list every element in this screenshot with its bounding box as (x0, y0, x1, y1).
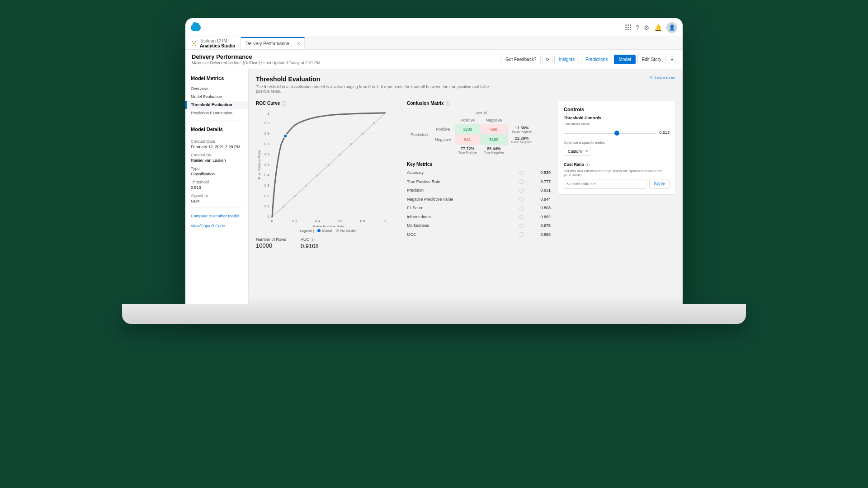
metric-row: Precisioni0.831 (407, 186, 551, 195)
controls-panel: Controls Threshold Controls Threshold Va… (558, 101, 675, 195)
info-icon[interactable]: i (519, 197, 524, 202)
svg-text:0.6: 0.6 (264, 152, 270, 156)
info-icon[interactable]: i (519, 188, 524, 193)
view-r-code-link[interactable]: View/Copy R Code (185, 221, 248, 231)
page-header: Delivery Performance Maximize Delivered … (185, 50, 683, 69)
slider-thumb[interactable] (614, 131, 619, 136)
cost-ratio-input[interactable] (564, 179, 646, 189)
detail-label: Created By (191, 153, 243, 157)
detail-label: Algorithm (191, 193, 243, 198)
cost-ratio-title: Cost Ratio (564, 162, 584, 167)
edit-story-button[interactable]: Edit Story (637, 55, 666, 64)
svg-text:0.2: 0.2 (264, 194, 270, 198)
optimize-label: Optimize a specific metric (564, 141, 670, 145)
info-icon[interactable]: i (519, 224, 524, 228)
cost-ratio-desc: Set this and Einstein can help select th… (564, 169, 670, 177)
page-subtitle: Maximize Delivered on time (OnTime) • La… (192, 61, 321, 65)
sidebar-item-prediction-examination[interactable]: Prediction Examination (185, 109, 248, 117)
info-icon[interactable]: i (311, 238, 315, 242)
refresh-button[interactable]: ⟳ (542, 55, 552, 64)
analytics-icon (191, 40, 197, 47)
app-tab-line2: Analytics Studio (200, 43, 235, 48)
rows-label: Number of Rows (256, 237, 286, 242)
confusion-panel: Confusion Matrixi Actual PositiveNegativ… (407, 101, 551, 249)
auc-value: 0.9108 (301, 243, 319, 249)
svg-point-0 (193, 42, 195, 44)
svg-text:0.4: 0.4 (264, 173, 270, 177)
svg-text:0.9: 0.9 (264, 121, 270, 125)
svg-text:0.8: 0.8 (264, 131, 270, 136)
svg-text:0.6: 0.6 (337, 219, 343, 223)
app-tab-line1: Tableau CRM (200, 38, 235, 43)
close-icon[interactable]: × (297, 41, 300, 46)
info-icon[interactable]: i (519, 232, 524, 237)
tab-delivery-performance[interactable]: Delivery Performance × (241, 37, 305, 49)
roc-legend: Legend | Model No Model (256, 229, 400, 233)
metric-row: Markednessi0.675 (407, 221, 551, 230)
svg-point-32 (305, 185, 307, 187)
svg-point-31 (294, 195, 296, 197)
x-axis-label: False Positive Rate (313, 225, 344, 227)
compare-model-link[interactable]: Compare to another model (185, 211, 248, 221)
threshold-controls-title: Threshold Controls (564, 116, 670, 120)
external-icon: ⇱ (650, 75, 653, 80)
rows-value: 10000 (256, 242, 286, 249)
svg-point-3 (192, 44, 193, 45)
metric-row: MCCi0.668 (407, 230, 551, 239)
svg-text:0.8: 0.8 (360, 219, 365, 223)
svg-point-30 (283, 206, 285, 208)
roc-title: ROC Curve (256, 101, 280, 106)
sidebar-item-threshold-evaluation[interactable]: Threshold Evaluation (185, 101, 248, 109)
cm-title: Confusion Matrix (407, 101, 444, 106)
app-tab-analytics-studio[interactable]: Tableau CRMAnalytics Studio (185, 37, 241, 49)
tab-bar: Tableau CRMAnalytics Studio Delivery Per… (185, 37, 683, 50)
sidebar-item-model-evaluation[interactable]: Model Evaluation (185, 93, 248, 101)
sidebar-item-overview[interactable]: Overview (185, 84, 248, 93)
svg-point-36 (350, 143, 353, 145)
predictions-button[interactable]: Predictions (581, 55, 612, 64)
threshold-value: 0.513 (659, 130, 670, 135)
svg-point-4 (195, 44, 196, 45)
avatar[interactable]: 👤 (666, 22, 677, 33)
info-icon[interactable]: i (446, 101, 450, 106)
key-metrics-title: Key Metrics (407, 162, 551, 167)
optimize-select[interactable]: Custom (564, 147, 590, 156)
detail-value: February 12, 2021 2:20 PM (191, 145, 243, 149)
tab-label: Delivery Performance (245, 41, 289, 46)
cm-tn: 5109 (481, 135, 508, 145)
model-details-title: Model Details (185, 125, 248, 136)
menu-button[interactable]: ▾ (668, 55, 676, 64)
info-icon[interactable]: i (519, 179, 524, 184)
svg-text:0.5: 0.5 (264, 163, 270, 167)
svg-point-35 (339, 154, 341, 156)
apply-button[interactable]: Apply (649, 179, 670, 189)
settings-icon[interactable]: ⚙ (644, 24, 650, 31)
learn-more-link[interactable]: ⇱ Learn more (650, 75, 675, 80)
info-icon[interactable]: i (585, 163, 590, 167)
svg-point-34 (328, 164, 330, 166)
metric-row: Informednessi0.662 (407, 212, 551, 221)
model-button[interactable]: Model (614, 55, 635, 64)
info-icon[interactable]: i (519, 215, 524, 219)
info-icon[interactable]: i (519, 171, 524, 175)
svg-text:1: 1 (268, 112, 270, 116)
svg-text:0.7: 0.7 (264, 142, 270, 146)
feedback-button[interactable]: Got Feedback? (501, 55, 541, 64)
info-icon[interactable]: i (282, 101, 286, 106)
insights-button[interactable]: Insights (554, 55, 579, 64)
page-title: Delivery Performance (192, 53, 321, 60)
threshold-slider[interactable]: 0.513 (564, 129, 670, 138)
app-launcher-icon[interactable] (625, 24, 631, 30)
threshold-marker[interactable] (283, 134, 287, 138)
metric-row: Negative Predictive Valuei0.844 (407, 195, 551, 204)
metric-row: Accuracyi0.839 (407, 169, 551, 177)
info-icon[interactable]: i (519, 206, 524, 211)
svg-text:0.3: 0.3 (264, 183, 270, 188)
notification-icon[interactable]: 🔔 (654, 24, 662, 31)
detail-label: Type (191, 166, 243, 171)
help-icon[interactable]: ? (636, 24, 639, 31)
key-metrics-table: Accuracyi0.839 True Positive Ratei0.777 … (407, 169, 551, 239)
svg-point-38 (373, 122, 375, 125)
detail-label: Threshold (191, 180, 243, 184)
salesforce-logo-icon (191, 24, 201, 31)
